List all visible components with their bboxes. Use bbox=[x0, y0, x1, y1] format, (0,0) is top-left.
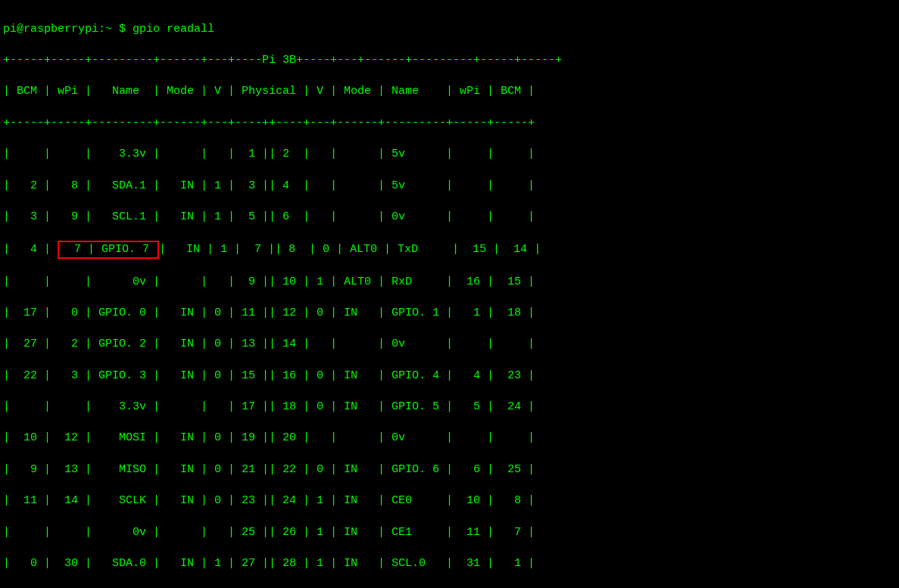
data-row-3: | 3 | 9 | SCL.1 | IN | 1 | 5 || 6 | | | … bbox=[3, 210, 896, 226]
highlighted-cell: 7 | GPIO. 7 bbox=[58, 241, 159, 259]
data-row-11: | 9 | 13 | MISO | IN | 0 | 21 || 22 | 0 … bbox=[3, 462, 896, 478]
data-row-14: | 0 | 30 | SDA.0 | IN | 1 | 27 || 28 | 1… bbox=[3, 556, 896, 572]
data-row-1: | | | 3.3v | | | 1 || 2 | | | 5v | | | bbox=[3, 147, 896, 163]
header-row: | BCM | wPi | Name | Mode | V | Physical… bbox=[3, 84, 896, 100]
separator-mid: +-----+-----+---------+------+---+----++… bbox=[3, 116, 896, 132]
prompt-line: pi@raspberrypi:~ $ gpio readall bbox=[3, 22, 896, 38]
data-row-7: | 27 | 2 | GPIO. 2 | IN | 0 | 13 || 14 |… bbox=[3, 337, 896, 353]
data-row-10: | 10 | 12 | MOSI | IN | 0 | 19 || 20 | |… bbox=[3, 431, 896, 446]
terminal: pi@raspberrypi:~ $ gpio readall +-----+-… bbox=[3, 6, 896, 588]
data-row-6: | 17 | 0 | GPIO. 0 | IN | 0 | 11 || 12 |… bbox=[3, 306, 896, 322]
data-row-8: | 22 | 3 | GPIO. 3 | IN | 0 | 15 || 16 |… bbox=[3, 369, 896, 384]
data-row-12: | 11 | 14 | SCLK | IN | 0 | 23 || 24 | 1… bbox=[3, 493, 896, 509]
data-row-4: | 4 | 7 | GPIO. 7 | IN | 1 | 7 || 8 | 0 … bbox=[3, 241, 896, 259]
command: gpio readall bbox=[133, 23, 214, 36]
data-row-9: | | | 3.3v | | | 17 || 18 | 0 | IN | GPI… bbox=[3, 400, 896, 415]
separator-top: +-----+-----+---------+------+---+----Pi… bbox=[3, 53, 896, 69]
data-row-2: | 2 | 8 | SDA.1 | IN | 1 | 3 || 4 | | | … bbox=[3, 179, 896, 194]
prompt: pi@raspberrypi:~ $ bbox=[3, 23, 133, 36]
data-row-13: | | | 0v | | | 25 || 26 | 1 | IN | CE1 |… bbox=[3, 525, 896, 541]
data-row-5: | | | 0v | | | 9 || 10 | 1 | ALT0 | RxD … bbox=[3, 275, 896, 291]
